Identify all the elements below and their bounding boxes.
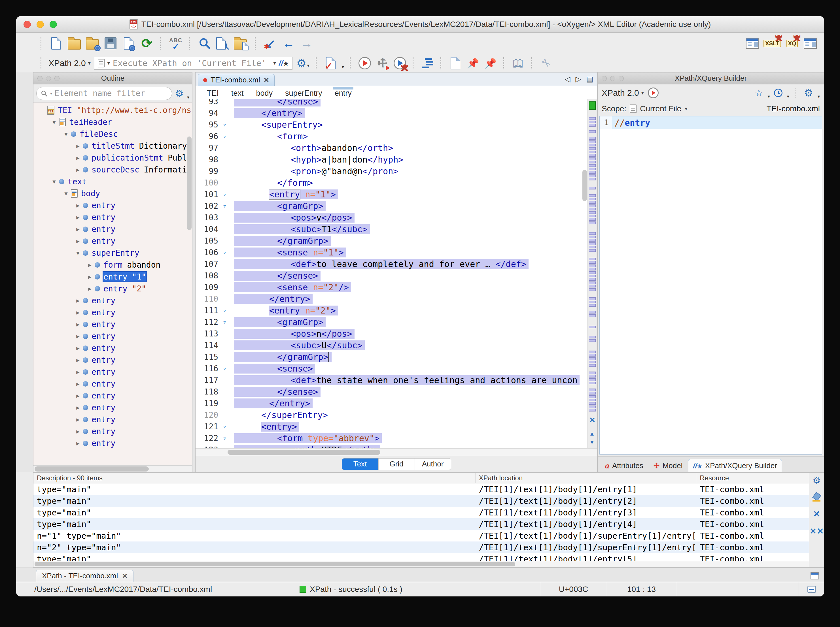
result-marker-tick[interactable] bbox=[589, 361, 596, 363]
status-notifications[interactable] bbox=[799, 582, 824, 596]
expand-arrow-icon[interactable]: ▶ bbox=[73, 167, 83, 173]
code-line-118[interactable]: 118</sense> bbox=[196, 386, 583, 398]
result-marker-tick[interactable] bbox=[589, 218, 596, 221]
expand-arrow-icon[interactable]: ▶ bbox=[73, 238, 83, 244]
spell-check-button[interactable]: ABC✓ bbox=[169, 36, 183, 51]
xpath-version-dropdown[interactable]: XPath 2.0▾ bbox=[49, 58, 91, 68]
result-marker-tick[interactable] bbox=[589, 304, 596, 307]
code-line-121[interactable]: 121▿<entry> bbox=[196, 421, 583, 432]
result-marker-tick[interactable] bbox=[589, 144, 596, 147]
tree-item-entry[interactable]: ▶entry bbox=[33, 342, 192, 354]
tree-item-entry[interactable]: ▶entry bbox=[33, 318, 192, 330]
code-line-103[interactable]: 103<pos>v</pos> bbox=[196, 212, 583, 224]
xpath-favorites-icon[interactable]: //★ bbox=[279, 58, 289, 68]
result-marker-tick[interactable] bbox=[589, 278, 596, 280]
result-marker-tick[interactable] bbox=[589, 354, 596, 356]
restore-panel-icon[interactable] bbox=[810, 572, 819, 580]
debug-scenario-button[interactable]: 🞴 bbox=[393, 56, 407, 71]
result-marker-tick[interactable] bbox=[589, 164, 596, 167]
pin-red-button[interactable]: 📌 bbox=[466, 56, 480, 71]
tree-item-fileDesc[interactable]: ▼fileDesc bbox=[33, 128, 192, 140]
apply-transformation-button[interactable] bbox=[358, 56, 372, 71]
result-marker-tick[interactable] bbox=[589, 215, 596, 217]
result-marker-tick[interactable] bbox=[589, 205, 596, 207]
code-line-113[interactable]: 113<pos>n</pos> bbox=[196, 328, 583, 340]
result-marker-tick[interactable] bbox=[589, 409, 596, 411]
code-line-116[interactable]: 116▿<sense> bbox=[196, 363, 583, 374]
code-line-98[interactable]: 98<hyph>a|ban|don</hyph> bbox=[196, 154, 583, 165]
fold-toggle-icon[interactable]: ▿ bbox=[223, 121, 234, 128]
code-editor[interactable]: 93</sense>94</entry>95▿<superEntry>96▿<f… bbox=[196, 99, 597, 448]
find-resource-button[interactable] bbox=[234, 36, 248, 51]
reload-button[interactable]: ⟳ bbox=[140, 36, 154, 51]
expand-arrow-icon[interactable]: ▶ bbox=[73, 392, 83, 399]
validate-document-button[interactable]: ✓ bbox=[324, 56, 338, 71]
close-tab-icon[interactable]: ✕ bbox=[264, 76, 269, 84]
fold-toggle-icon[interactable]: ▿ bbox=[223, 435, 234, 442]
code-line-104[interactable]: 104<subc>T1</subc> bbox=[196, 224, 583, 235]
scope-value-dropdown[interactable]: Current File bbox=[640, 104, 681, 113]
column-resource[interactable]: Resource bbox=[696, 473, 809, 483]
fold-toggle-icon[interactable]: ▿ bbox=[223, 191, 234, 198]
result-marker-tick[interactable] bbox=[589, 301, 596, 303]
result-marker-tick[interactable] bbox=[589, 130, 596, 133]
annotation-stripe[interactable]: ✕ ▲ ▼ bbox=[587, 99, 597, 448]
tree-item-TEI[interactable]: TEI"http://www.tei-c.org/ns/1. bbox=[33, 104, 192, 116]
result-marker-tick[interactable] bbox=[589, 288, 596, 291]
expand-arrow-icon[interactable]: ▶ bbox=[73, 202, 83, 208]
result-marker-tick[interactable] bbox=[589, 326, 596, 328]
database-perspective-button[interactable] bbox=[803, 36, 817, 51]
code-line-115[interactable]: 115</gramGrp> bbox=[196, 351, 583, 363]
expand-arrow-icon[interactable]: ▶ bbox=[73, 143, 83, 149]
column-xpath-location[interactable]: XPath location bbox=[475, 473, 696, 483]
mode-text-button[interactable]: Text bbox=[342, 458, 378, 470]
result-marker-tick[interactable] bbox=[589, 154, 596, 157]
code-line-111[interactable]: 111▿<entry n="2"> bbox=[196, 305, 583, 316]
result-marker-tick[interactable] bbox=[589, 275, 596, 277]
column-description[interactable]: Description - 90 items bbox=[33, 473, 475, 483]
fold-toggle-icon[interactable]: ▿ bbox=[223, 365, 234, 372]
collapse-arrow-icon[interactable]: ▼ bbox=[49, 119, 59, 125]
expand-arrow-icon[interactable]: ▶ bbox=[73, 297, 83, 304]
minimize-window-button[interactable] bbox=[36, 20, 44, 28]
expand-arrow-icon[interactable]: ▶ bbox=[73, 357, 83, 363]
tree-item-teiHeader[interactable]: ▼teiHeader bbox=[33, 116, 192, 128]
result-marker-tick[interactable] bbox=[589, 232, 596, 235]
result-row[interactable]: type="main"/TEI[1]/text[1]/body[1]/entry… bbox=[33, 507, 809, 518]
code-line-112[interactable]: 112▿<gramGrp> bbox=[196, 316, 583, 328]
collapse-arrow-icon[interactable]: ▼ bbox=[61, 131, 71, 137]
result-marker-tick[interactable] bbox=[589, 239, 596, 241]
code-line-110[interactable]: 110</entry> bbox=[196, 293, 583, 305]
code-line-96[interactable]: 96▿<form> bbox=[196, 131, 583, 142]
result-marker-tick[interactable] bbox=[589, 137, 596, 140]
connection-button[interactable]: ✂ bbox=[539, 56, 553, 71]
result-marker-tick[interactable] bbox=[589, 271, 596, 274]
tab-xpath-xquery-builder[interactable]: //★XPath/XQuery Builder bbox=[688, 459, 782, 472]
tree-item-entry[interactable]: ▶entry bbox=[33, 306, 192, 318]
fold-toggle-icon[interactable]: ▿ bbox=[223, 307, 234, 314]
result-marker-tick[interactable] bbox=[589, 351, 596, 353]
tree-item-entry[interactable]: ▶entry bbox=[33, 413, 192, 425]
result-marker-tick[interactable] bbox=[589, 151, 596, 153]
editor-horizontal-scrollbar[interactable] bbox=[196, 448, 597, 456]
result-marker-tick[interactable] bbox=[589, 171, 596, 173]
result-marker-tick[interactable] bbox=[589, 389, 596, 391]
last-edit-location-button[interactable]: ↙✱ bbox=[263, 36, 278, 51]
result-marker-tick[interactable] bbox=[589, 117, 596, 120]
xpath-query-editor[interactable]: 1 //entry bbox=[599, 116, 822, 455]
result-marker-tick[interactable] bbox=[589, 236, 596, 238]
zoom-window-button[interactable] bbox=[50, 20, 57, 28]
outline-vertical-scrollbar[interactable] bbox=[187, 137, 191, 230]
expand-arrow-icon[interactable]: ▶ bbox=[73, 440, 83, 446]
result-marker-tick[interactable] bbox=[589, 399, 596, 401]
breadcrumb-item-text[interactable]: text bbox=[231, 87, 244, 98]
result-marker-tick[interactable] bbox=[589, 314, 596, 317]
code-line-120[interactable]: 120</superEntry> bbox=[196, 409, 583, 421]
result-marker-tick[interactable] bbox=[589, 161, 596, 164]
result-marker-tick[interactable] bbox=[589, 175, 596, 177]
result-marker-tick[interactable] bbox=[589, 158, 596, 160]
result-marker-tick[interactable] bbox=[589, 285, 596, 287]
result-marker-tick[interactable] bbox=[589, 147, 596, 150]
code-line-119[interactable]: 119</entry> bbox=[196, 398, 583, 409]
tree-item-entry[interactable]: ▶entry bbox=[33, 390, 192, 402]
